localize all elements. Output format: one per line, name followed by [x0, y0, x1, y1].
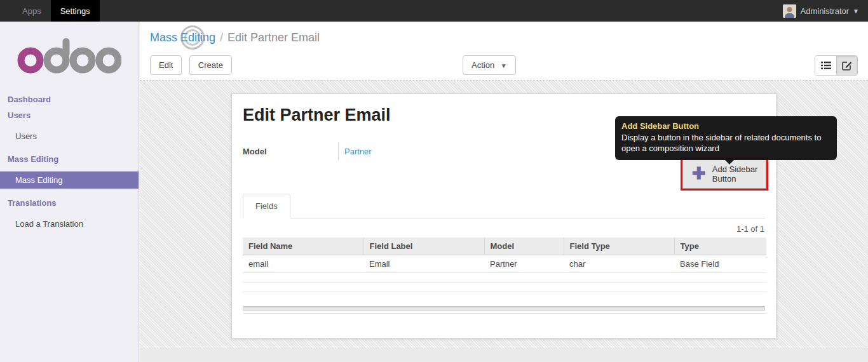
tooltip-title: Add Sidebar Button: [621, 121, 831, 131]
model-field-value-link[interactable]: Partner: [339, 147, 372, 156]
model-field-label: Model: [243, 147, 338, 156]
sidebar-header-mass-editing: Mass Editing: [0, 151, 139, 167]
sidebar-header-users: Users: [0, 107, 139, 123]
menu-apps[interactable]: Apps: [13, 0, 51, 22]
avatar: [783, 4, 796, 18]
control-panel: Mass Editing/Edit Partner Email Edit Cre…: [140, 22, 868, 81]
table-empty-row: [243, 283, 766, 292]
horizontal-scrollbar[interactable]: [243, 306, 765, 311]
app-menus: Apps Settings: [0, 0, 100, 22]
breadcrumb-current: Edit Partner Email: [227, 31, 320, 44]
breadcrumb-parent-link[interactable]: Mass Editing: [150, 31, 215, 44]
fields-table: Field Name Field Label Model Field Type …: [243, 238, 766, 292]
form-view-background: Edit Partner Email Model Partner Add Sid…: [140, 81, 868, 361]
cell-model: Partner: [484, 255, 564, 273]
sidebar: Dashboard Users Users Mass Editing Mass …: [0, 22, 139, 362]
sidebar-item-mass-editing[interactable]: Mass Editing: [0, 171, 139, 189]
menu-settings[interactable]: Settings: [51, 0, 100, 22]
col-field-label[interactable]: Field Label: [363, 238, 484, 255]
plus-icon: ✚: [692, 167, 706, 180]
pager[interactable]: 1-1 of 1: [232, 224, 764, 234]
content-area: Mass Editing/Edit Partner Email Edit Cre…: [140, 22, 868, 362]
add-sidebar-button-label: Add Sidebar Button: [712, 164, 761, 184]
chevron-down-icon: ▼: [853, 8, 859, 15]
form-view-button[interactable]: [836, 56, 857, 75]
col-model[interactable]: Model: [484, 238, 564, 255]
action-dropdown-button[interactable]: Action ▼: [463, 55, 516, 75]
cell-type: Base Field: [674, 255, 766, 273]
tab-bar: Fields: [243, 193, 765, 218]
col-field-name[interactable]: Field Name: [243, 238, 363, 255]
table-row[interactable]: email Email Partner char Base Field: [243, 255, 766, 273]
sidebar-header-dashboard: Dashboard: [0, 91, 139, 107]
cell-field-type: char: [564, 255, 674, 273]
breadcrumb-separator: /: [220, 31, 223, 44]
list-icon: [821, 61, 831, 70]
tooltip: Add Sidebar Button Display a button in t…: [615, 116, 837, 160]
top-menubar: Apps Settings Administrator ▼: [0, 0, 868, 22]
table-empty-row: [243, 273, 766, 283]
col-type[interactable]: Type: [674, 238, 766, 255]
cell-field-name: email: [243, 255, 363, 273]
col-field-type[interactable]: Field Type: [564, 238, 674, 255]
edit-button[interactable]: Edit: [150, 55, 182, 75]
table-bottom-line: [243, 313, 765, 314]
user-name: Administrator: [801, 6, 850, 16]
tooltip-arrow: [724, 159, 735, 164]
table-header-row: Field Name Field Label Model Field Type …: [243, 238, 766, 255]
view-switcher: [815, 55, 858, 76]
control-buttons-row: Edit Create Action ▼: [150, 55, 858, 76]
edit-form-icon: [842, 60, 852, 70]
tab-fields[interactable]: Fields: [243, 194, 290, 218]
tooltip-body: Display a button in the sidebar of relat…: [621, 132, 831, 154]
footer-band: [140, 349, 868, 361]
form-sheet: Edit Partner Email Model Partner Add Sid…: [231, 93, 776, 339]
list-view-button[interactable]: [815, 56, 836, 75]
odoo-logo: [17, 38, 121, 74]
sidebar-item-load-translation[interactable]: Load a Translation: [0, 215, 139, 232]
cell-field-label: Email: [363, 255, 484, 273]
breadcrumb: Mass Editing/Edit Partner Email: [150, 28, 858, 47]
sidebar-header-translations: Translations: [0, 195, 139, 211]
chevron-down-icon: ▼: [501, 62, 507, 69]
sidebar-item-users[interactable]: Users: [0, 128, 139, 145]
create-button[interactable]: Create: [189, 55, 232, 75]
user-menu[interactable]: Administrator ▼: [783, 0, 868, 22]
